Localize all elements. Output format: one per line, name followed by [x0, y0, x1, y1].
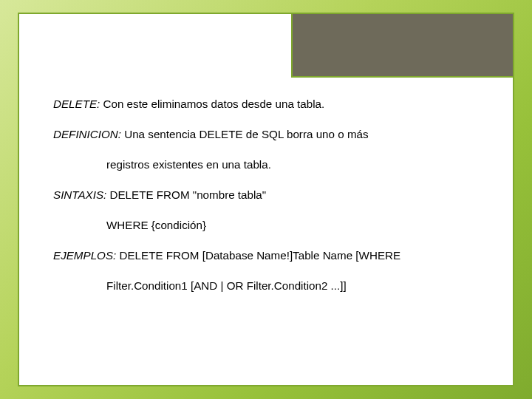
- slide-frame: DELETE: Con este eliminamos datos desde …: [18, 13, 514, 386]
- text-ejemplos-1: DELETE FROM [Database Name!]Table Name […: [116, 249, 400, 262]
- line-ejemplos-2: Filter.Condition1 [AND | OR Filter.Condi…: [53, 279, 483, 293]
- label-ejemplos: EJEMPLOS:: [53, 249, 116, 262]
- line-definicion-1: DEFINICION: Una sentencia DELETE de SQL …: [53, 127, 483, 141]
- line-delete: DELETE: Con este eliminamos datos desde …: [53, 97, 483, 111]
- text-ejemplos-2: Filter.Condition1 [AND | OR Filter.Condi…: [106, 279, 347, 292]
- text-delete: Con este eliminamos datos desde una tabl…: [100, 98, 324, 110]
- line-ejemplos-1: EJEMPLOS: DELETE FROM [Database Name!]Ta…: [53, 248, 483, 262]
- label-delete: DELETE:: [53, 98, 100, 110]
- slide-body: DELETE: Con este eliminamos datos desde …: [53, 97, 483, 309]
- text-definicion-2: registros existentes en una tabla.: [106, 158, 271, 171]
- text-definicion-1: Una sentencia DELETE de SQL borra uno o …: [121, 128, 369, 140]
- line-sintaxis-1: SINTAXIS: DELETE FROM "nombre tabla": [53, 188, 483, 202]
- text-sintaxis-2: WHERE {condición}: [106, 219, 206, 231]
- line-definicion-2: registros existentes en una tabla.: [53, 157, 483, 171]
- label-definicion: DEFINICION:: [53, 128, 121, 140]
- line-sintaxis-2: WHERE {condición}: [53, 218, 483, 232]
- title-placeholder-box: [291, 13, 514, 78]
- text-sintaxis-1: DELETE FROM "nombre tabla": [106, 188, 266, 201]
- label-sintaxis: SINTAXIS:: [53, 188, 106, 201]
